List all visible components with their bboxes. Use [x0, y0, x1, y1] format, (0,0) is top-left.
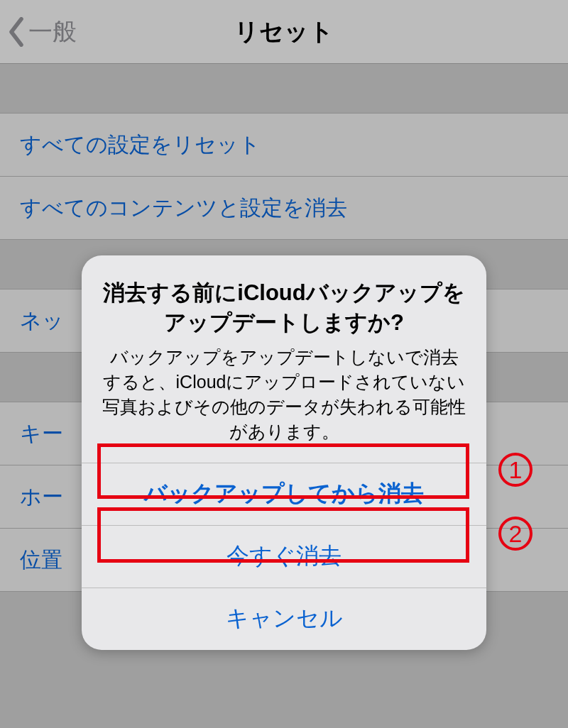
button-label: 今すぐ消去 [226, 541, 342, 572]
erase-now-button[interactable]: 今すぐ消去 [82, 525, 486, 588]
backup-then-erase-button[interactable]: バックアップしてから消去 [82, 463, 486, 525]
button-label: バックアップしてから消去 [144, 478, 424, 509]
cancel-button[interactable]: キャンセル [82, 588, 486, 650]
button-label: キャンセル [226, 603, 343, 634]
alert-message: バックアップをアップデートしないで消去すると、iCloudにアップロードされてい… [102, 345, 466, 444]
alert-dialog: 消去する前にiCloudバックアップをアップデートしますか? バックアップをアッ… [82, 255, 486, 650]
alert-body: 消去する前にiCloudバックアップをアップデートしますか? バックアップをアッ… [82, 255, 486, 463]
alert-title: 消去する前にiCloudバックアップをアップデートしますか? [102, 278, 466, 338]
